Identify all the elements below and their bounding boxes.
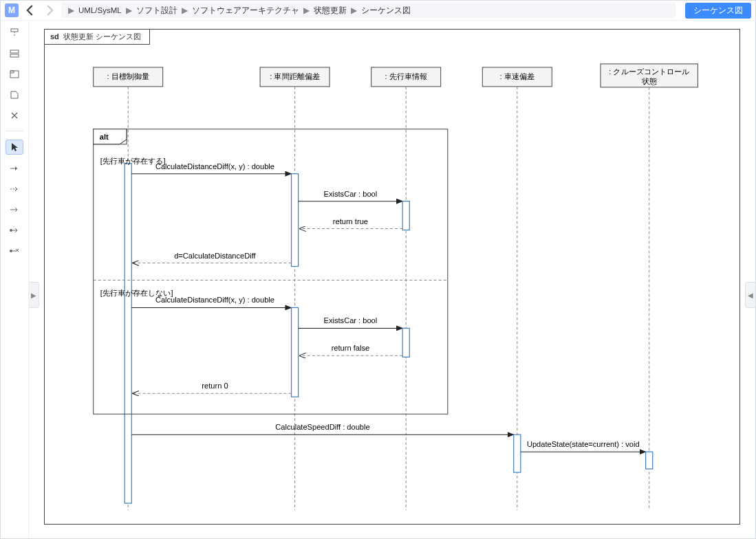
svg-rect-4 xyxy=(10,71,19,78)
chevron-right-icon: ▶ xyxy=(303,6,310,15)
tool-lifeline-icon[interactable] xyxy=(6,26,23,40)
svg-text:return false: return false xyxy=(332,344,369,352)
svg-text:CalculateDistanceDiff(x, y) : : CalculateDistanceDiff(x, y) : double xyxy=(155,162,274,170)
body: ▶ ◀ sd状態更新 シーケンス図 : 目標制御量 xyxy=(1,21,755,538)
lifeline-2[interactable]: : 先行車情報 xyxy=(371,67,441,510)
svg-text:CalculateDistanceDiff(x, y) : : CalculateDistanceDiff(x, y) : double xyxy=(155,296,274,305)
app-icon: M xyxy=(5,3,19,17)
breadcrumb-item[interactable]: UML/SysML xyxy=(78,6,122,14)
svg-text:CalculateSpeedDiff : double: CalculateSpeedDiff : double xyxy=(275,423,369,431)
canvas-area: ▶ ◀ sd状態更新 シーケンス図 : 目標制御量 xyxy=(29,21,755,538)
svg-text:状態: 状態 xyxy=(641,77,657,85)
svg-text:: 車間距離偏差: : 車間距離偏差 xyxy=(270,72,320,80)
svg-text:: クルーズコントロール: : クルーズコントロール xyxy=(609,67,689,76)
svg-text:return true: return true xyxy=(333,217,368,226)
tool-pointer-icon[interactable] xyxy=(6,140,23,155)
svg-text:: 目標制御量: : 目標制御量 xyxy=(107,72,149,80)
tool-return-message-icon[interactable] xyxy=(6,182,23,196)
tool-delete-icon[interactable] xyxy=(6,109,23,122)
svg-rect-2 xyxy=(10,50,19,53)
svg-rect-3 xyxy=(10,54,19,57)
svg-text:ExistsCar : bool: ExistsCar : bool xyxy=(324,190,378,198)
tool-sidebar xyxy=(1,21,29,538)
activation xyxy=(292,174,299,267)
chevron-right-icon: ▶ xyxy=(182,6,188,15)
svg-point-8 xyxy=(10,229,12,232)
svg-text:ExistsCar : bool: ExistsCar : bool xyxy=(324,316,378,324)
app-window: M ▶ UML/SysML ▶ ソフト設計 ▶ ソフトウェアアーキテクチャ ▶ … xyxy=(0,0,756,539)
activation xyxy=(402,328,409,357)
alt-fragment[interactable]: alt [先行車が存在する] [先行車が存在しない] xyxy=(94,129,448,414)
breadcrumb[interactable]: ▶ UML/SysML ▶ ソフト設計 ▶ ソフトウェアアーキテクチャ ▶ 状態… xyxy=(61,3,676,18)
chevron-right-icon: ▶ xyxy=(68,6,74,15)
activation xyxy=(402,201,409,230)
nav-forward-button[interactable] xyxy=(42,3,57,18)
topbar: M ▶ UML/SysML ▶ ソフト設計 ▶ ソフトウェアアーキテクチャ ▶ … xyxy=(1,1,755,21)
tool-note-icon[interactable] xyxy=(6,88,23,102)
svg-point-10 xyxy=(10,250,12,252)
nav-back-button[interactable] xyxy=(23,3,38,18)
tool-lost-message-icon[interactable] xyxy=(6,244,23,258)
breadcrumb-item[interactable]: ソフト設計 xyxy=(136,6,177,16)
tool-sync-message-icon[interactable] xyxy=(6,162,23,175)
diagram-type-pill[interactable]: シーケンス図 xyxy=(685,3,751,19)
chevron-right-icon: ▶ xyxy=(126,6,132,15)
breadcrumb-item[interactable]: 状態更新 xyxy=(314,6,347,16)
svg-text:return 0: return 0 xyxy=(202,382,228,390)
svg-text:: 車速偏差: : 車速偏差 xyxy=(500,72,534,80)
svg-text:UpdateState(state=current) : v: UpdateState(state=current) : void xyxy=(527,440,640,448)
svg-text:d=CalculateDistanceDiff: d=CalculateDistanceDiff xyxy=(174,252,256,260)
activation xyxy=(292,307,299,397)
activation xyxy=(514,434,521,472)
activation xyxy=(646,452,653,469)
svg-rect-0 xyxy=(11,29,18,32)
svg-text:alt: alt xyxy=(100,133,109,141)
tool-async-message-icon[interactable] xyxy=(6,203,23,217)
tool-slot-icon[interactable] xyxy=(6,47,23,60)
breadcrumb-item[interactable]: シーケンス図 xyxy=(361,6,411,16)
left-panel-expand-icon[interactable]: ▶ xyxy=(29,282,39,308)
activation xyxy=(125,164,131,503)
chevron-right-icon: ▶ xyxy=(351,6,357,15)
tool-fragment-icon[interactable] xyxy=(6,67,23,81)
svg-rect-28 xyxy=(94,129,448,414)
breadcrumb-item[interactable]: ソフトウェアアーキテクチャ xyxy=(192,6,299,16)
lifeline-1[interactable]: : 車間距離偏差 xyxy=(260,67,330,510)
divider xyxy=(6,131,23,131)
diagram-frame[interactable]: sd状態更新 シーケンス図 : 目標制御量 : 車 xyxy=(44,29,740,525)
sequence-diagram[interactable]: : 目標制御量 : 車間距離偏差 : 先行車情報 xyxy=(45,30,739,524)
tool-found-message-icon[interactable] xyxy=(6,223,23,237)
svg-text:: 先行車情報: : 先行車情報 xyxy=(385,72,426,80)
right-panel-expand-icon[interactable]: ◀ xyxy=(745,282,755,308)
svg-rect-29 xyxy=(94,129,127,144)
